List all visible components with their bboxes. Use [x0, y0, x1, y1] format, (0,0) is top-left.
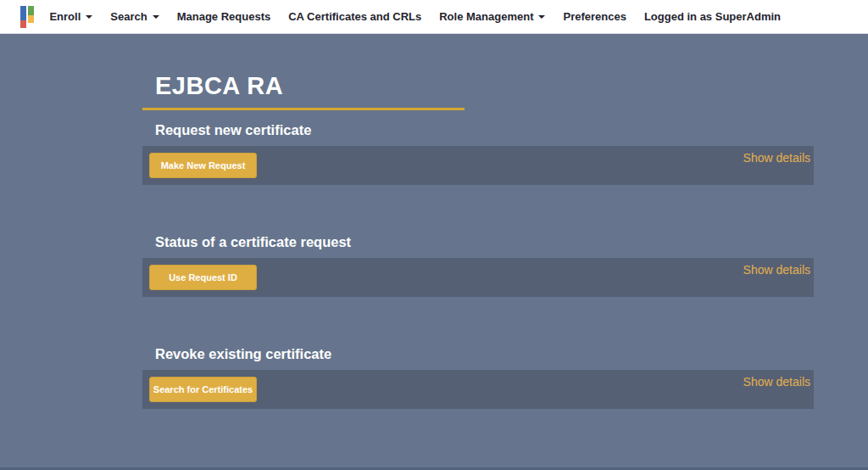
nav-item-preferences[interactable]: Preferences: [563, 0, 626, 34]
title-underline: [142, 108, 465, 110]
logo-bar-right: [28, 6, 34, 23]
certificate-request-status-panel: Use Request ID Show details: [142, 258, 814, 297]
section-revoke-existing-certificate: Revoke existing certificate Search for C…: [142, 346, 868, 409]
nav-item-logged-in-as[interactable]: Logged in as SuperAdmin: [644, 0, 781, 34]
nav-menu: Enroll Search Manage Requests CA Certifi…: [49, 0, 868, 34]
page-title: EJBCA RA: [155, 73, 868, 98]
use-request-id-button[interactable]: Use Request ID: [149, 265, 257, 290]
section-heading: Request new certificate: [155, 122, 868, 138]
main-content: EJBCA RA Request new certificate Make Ne…: [0, 34, 868, 409]
logo-bar-left: [20, 6, 26, 28]
request-new-certificate-panel: Make New Request Show details: [142, 146, 814, 185]
nav-item-enroll[interactable]: Enroll: [49, 0, 92, 34]
nav-item-role-management[interactable]: Role Management: [439, 0, 545, 34]
nav-item-search[interactable]: Search: [110, 0, 159, 34]
search-for-certificates-button[interactable]: Search for Certificates: [149, 377, 257, 402]
revoke-certificate-panel: Search for Certificates Show details: [142, 370, 814, 409]
show-details-link[interactable]: Show details: [743, 375, 810, 389]
section-request-new-certificate: Request new certificate Make New Request…: [142, 122, 868, 185]
show-details-link[interactable]: Show details: [743, 263, 810, 277]
chevron-down-icon: [153, 15, 159, 19]
ejbca-logo-icon: [20, 6, 34, 28]
chevron-down-icon: [86, 15, 92, 19]
chevron-down-icon: [538, 15, 545, 19]
nav-item-ca-certificates-and-crls[interactable]: CA Certificates and CRLs: [288, 0, 421, 34]
nav-item-manage-requests[interactable]: Manage Requests: [177, 0, 271, 34]
show-details-link[interactable]: Show details: [743, 151, 810, 165]
section-heading: Revoke existing certificate: [155, 346, 868, 362]
section-status-of-certificate-request: Status of a certificate request Use Requ…: [142, 234, 868, 297]
make-new-request-button[interactable]: Make New Request: [149, 153, 257, 178]
section-heading: Status of a certificate request: [155, 234, 868, 250]
top-navbar: Enroll Search Manage Requests CA Certifi…: [0, 0, 868, 34]
